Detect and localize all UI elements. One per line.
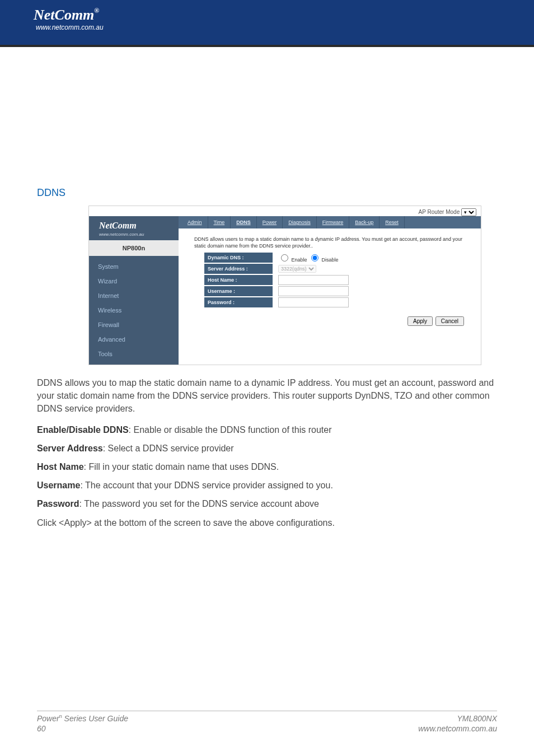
input-password[interactable] <box>278 297 349 307</box>
label-server-address: Server Address : <box>204 264 273 274</box>
footer-url: www.netcomm.com.au <box>418 724 497 734</box>
footer-guide-title: Powern Series User Guide <box>37 713 128 724</box>
ddns-form: Dynamic DNS : Enable Disable Server Addr… <box>179 253 481 316</box>
intro-paragraph: DDNS allows you to map the static domain… <box>37 376 497 416</box>
brand-logo-text: NetComm <box>34 7 94 23</box>
def-password: Password: The password you set for the D… <box>37 497 497 510</box>
tab-reset[interactable]: Reset <box>380 216 405 228</box>
select-server-address[interactable]: 3322(qdns) <box>278 265 316 273</box>
tab-diagnosis[interactable]: Diagnosis <box>283 216 317 228</box>
brand-logo: NetComm® <box>34 7 99 24</box>
header-separator <box>0 45 534 47</box>
sidebar-item-wireless[interactable]: Wireless <box>89 303 179 318</box>
header-band: NetComm® www.netcomm.com.au <box>0 0 534 45</box>
sidebar: NetComm www.netcomm.com.au NP800n System… <box>89 216 179 365</box>
sidebar-nav: System Wizard Internet Wireless Firewall… <box>89 256 179 365</box>
label-host-name: Host Name : <box>204 275 273 285</box>
sidebar-item-wizard[interactable]: Wizard <box>89 274 179 288</box>
sidebar-item-tools[interactable]: Tools <box>89 347 179 361</box>
footer-left: Powern Series User Guide 60 <box>37 713 128 734</box>
brand-reg: ® <box>94 7 99 15</box>
panel-description: DDNS allows users to map a static domain… <box>179 228 481 253</box>
sidebar-item-system[interactable]: System <box>89 259 179 274</box>
apply-note: Click <Apply> at the bottom of the scree… <box>37 516 497 529</box>
mode-selector-row: AP Router Mode ▾ <box>89 206 481 216</box>
mode-select[interactable]: ▾ <box>461 208 476 216</box>
sidebar-url: www.netcomm.com.au <box>89 232 179 240</box>
footer-doc-code: YML800NX <box>418 713 497 724</box>
label-password: Password : <box>204 297 273 307</box>
tab-time[interactable]: Time <box>208 216 231 228</box>
tab-bar: Admin Time DDNS Power Diagnosis Firmware… <box>179 216 481 228</box>
input-username[interactable] <box>278 286 349 296</box>
label-dynamic-dns: Dynamic DNS : <box>204 253 273 263</box>
router-ui-screenshot: AP Router Mode ▾ NetComm www.netcomm.com… <box>88 206 481 365</box>
main-panel: Admin Time DDNS Power Diagnosis Firmware… <box>179 216 481 365</box>
mode-label: AP Router Mode <box>418 209 460 215</box>
tab-ddns[interactable]: DDNS <box>231 216 257 228</box>
def-enable-disable: Enable/Disable DDNS: Enable or disable t… <box>37 423 497 436</box>
tab-admin[interactable]: Admin <box>182 216 208 228</box>
tab-backup[interactable]: Back-up <box>349 216 380 228</box>
sidebar-item-advanced[interactable]: Advanced <box>89 332 179 347</box>
footer-page-number: 60 <box>37 724 128 734</box>
radio-enable[interactable] <box>281 254 288 262</box>
footer: Powern Series User Guide 60 YML800NX www… <box>37 713 497 734</box>
def-username: Username: The account that your DDNS ser… <box>37 479 497 492</box>
section-title: DDNS <box>37 187 497 199</box>
tab-firmware[interactable]: Firmware <box>317 216 350 228</box>
def-host-name: Host Name: Fill in your static domain na… <box>37 460 497 473</box>
body-text: DDNS allows you to map the static domain… <box>37 376 497 529</box>
label-username: Username : <box>204 286 273 296</box>
cancel-button[interactable]: Cancel <box>435 316 464 326</box>
sidebar-item-firewall[interactable]: Firewall <box>89 318 179 332</box>
footer-right: YML800NX www.netcomm.com.au <box>418 713 497 734</box>
input-host-name[interactable] <box>278 275 349 285</box>
radio-disable-label[interactable]: Disable <box>308 257 339 263</box>
tab-power[interactable]: Power <box>257 216 283 228</box>
def-server-address: Server Address: Select a DDNS service pr… <box>37 442 497 455</box>
radio-disable[interactable] <box>311 254 318 262</box>
sidebar-item-internet[interactable]: Internet <box>89 288 179 303</box>
sidebar-model: NP800n <box>89 240 179 256</box>
apply-button[interactable]: Apply <box>407 316 433 326</box>
sidebar-logo: NetComm <box>89 216 179 232</box>
footer-rule <box>37 711 497 711</box>
radio-enable-label[interactable]: Enable <box>278 257 307 263</box>
brand-url: www.netcomm.com.au <box>36 24 104 31</box>
